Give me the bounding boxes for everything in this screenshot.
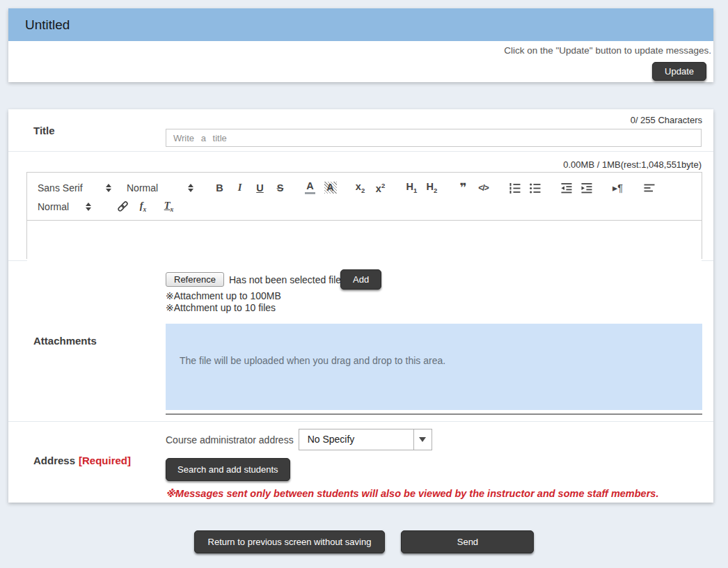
italic-button[interactable]: I: [230, 180, 250, 196]
indent-icon: [580, 182, 593, 194]
bold-icon: B: [216, 182, 223, 194]
students-visibility-note: ※Messages sent only between students wil…: [166, 488, 702, 499]
link-button[interactable]: [113, 198, 133, 214]
ordered-list-icon: [509, 182, 521, 194]
bold-button[interactable]: B: [209, 180, 230, 196]
reference-button[interactable]: Reference: [166, 272, 224, 287]
bullet-list-button[interactable]: [525, 180, 545, 196]
formula-button[interactable]: fx: [133, 198, 153, 214]
code-block-button[interactable]: </>: [473, 180, 493, 196]
title-character-counter: 0/ 255 Characters: [631, 115, 702, 125]
attachment-size-note: ※Attachment up to 100MB: [166, 290, 702, 301]
attachments-divider: [166, 413, 702, 415]
editor-toolbar: Sans Serif Normal B I U S A A x2 x2 H1: [27, 173, 702, 221]
heading1-icon: H1: [406, 181, 418, 194]
ordered-list-button[interactable]: [505, 180, 525, 196]
editor-content-area[interactable]: [27, 221, 702, 262]
picker-arrows-icon: [188, 184, 193, 192]
code-icon: </>: [478, 183, 488, 193]
text-direction-button[interactable]: ▸¶: [608, 180, 628, 196]
blockquote-icon: ❞: [460, 180, 467, 195]
course-admin-select-value: No Specify: [299, 429, 413, 450]
superscript-icon: x2: [376, 182, 385, 194]
underline-button[interactable]: U: [250, 180, 270, 196]
indent-button[interactable]: [576, 180, 596, 196]
font-picker[interactable]: Sans Serif: [38, 182, 111, 194]
address-label: Address[Required]: [33, 455, 131, 466]
file-dropzone[interactable]: The file will be uploaded when you drag …: [166, 324, 702, 410]
attachments-label: Attachments: [33, 335, 97, 347]
picker-arrows-icon: [106, 184, 111, 192]
size-picker[interactable]: Normal: [38, 201, 91, 212]
course-admin-select[interactable]: No Specify: [299, 429, 432, 450]
picker-arrows-icon: [86, 203, 91, 211]
outdent-icon: [560, 182, 573, 194]
footer-button-bar: Return to previous screen without saving…: [0, 530, 728, 553]
search-and-add-students-button[interactable]: Search and add students: [166, 458, 290, 481]
bullet-list-icon: [529, 182, 541, 194]
subscript-icon: x2: [356, 181, 365, 194]
blockquote-button[interactable]: ❞: [453, 180, 473, 196]
italic-icon: I: [238, 182, 242, 194]
title-label: Title: [33, 125, 55, 136]
underline-icon: U: [256, 182, 263, 194]
update-button[interactable]: Update: [652, 62, 706, 81]
attachment-count-note: ※Attchment up to 10 files: [166, 302, 702, 313]
dropzone-text: The file will be uploaded when you drag …: [180, 355, 445, 366]
header-picker[interactable]: Normal: [127, 182, 193, 194]
toolbar-row-2: Normal fx Tx: [38, 198, 691, 215]
file-select-line: Reference Has not been selected file. Ad…: [166, 269, 702, 290]
text-direction-icon: ▸¶: [612, 182, 623, 194]
add-button[interactable]: Add: [340, 269, 381, 290]
message-form-card: 0/ 255 Characters Title 0.00MB / 1MB(res…: [8, 109, 713, 503]
outdent-button[interactable]: [556, 180, 576, 196]
message-title: Untitled: [25, 17, 70, 33]
message-title-bar: Untitled: [8, 8, 713, 41]
subscript-button[interactable]: x2: [350, 180, 370, 196]
heading2-button[interactable]: H2: [422, 180, 442, 196]
required-tag: [Required]: [79, 455, 131, 466]
send-button[interactable]: Send: [401, 530, 534, 553]
address-content: Course administrator address No Specify …: [166, 429, 702, 499]
title-input[interactable]: [166, 129, 702, 147]
no-file-text: Has not been selected file.: [229, 274, 344, 285]
link-icon: [116, 200, 129, 213]
background-color-button[interactable]: A: [320, 180, 340, 196]
heading1-button[interactable]: H1: [402, 180, 422, 196]
align-left-icon: [643, 182, 656, 194]
editor-size-info: 0.00MB / 1MB(rest:1,048,551byte): [8, 152, 713, 172]
clean-format-icon: Tx: [164, 200, 174, 213]
superscript-button[interactable]: x2: [370, 180, 390, 196]
clean-format-button[interactable]: Tx: [159, 198, 179, 214]
address-row: Address[Required] Course administrator a…: [8, 422, 713, 503]
toolbar-row-1: Sans Serif Normal B I U S A A x2 x2 H1: [38, 179, 691, 196]
title-row: 0/ 255 Characters Title: [8, 109, 713, 152]
editor-row: 0.00MB / 1MB(rest:1,048,551byte) Sans Se…: [8, 152, 713, 261]
update-hint-text: Click on the "Update" button to update m…: [8, 41, 713, 56]
align-button[interactable]: [639, 180, 659, 196]
text-color-icon: A: [305, 181, 315, 194]
strike-button[interactable]: S: [270, 180, 290, 196]
update-button-row: Update: [8, 56, 713, 81]
heading2-icon: H2: [427, 181, 438, 194]
attachments-content: Reference Has not been selected file. Ad…: [166, 269, 702, 415]
course-admin-line: Course administrator address No Specify: [166, 429, 702, 450]
return-without-saving-button[interactable]: Return to previous screen without saving: [194, 530, 386, 553]
select-arrow-box[interactable]: [413, 429, 432, 450]
message-header-card: Untitled Click on the "Update" button to…: [8, 8, 713, 82]
background-color-icon: A: [324, 182, 337, 194]
formula-icon: fx: [140, 200, 147, 213]
attachments-row: Attachments Reference Has not been selec…: [8, 261, 713, 422]
course-admin-label: Course administrator address: [166, 434, 294, 445]
strikethrough-icon: S: [277, 182, 284, 194]
chevron-down-icon: [419, 437, 426, 442]
rich-text-editor: Sans Serif Normal B I U S A A x2 x2 H1: [26, 172, 702, 259]
text-color-button[interactable]: A: [300, 180, 320, 196]
